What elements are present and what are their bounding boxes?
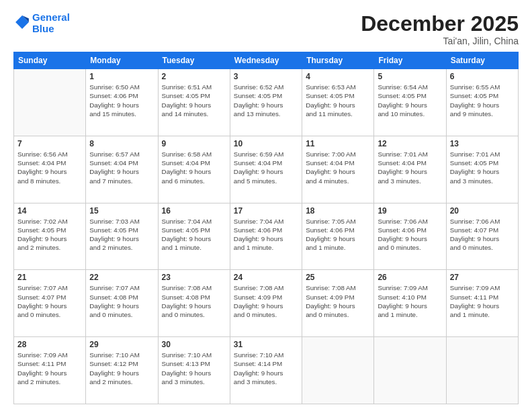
calendar-cell: 18Sunrise: 7:05 AM Sunset: 4:06 PM Dayli… [302, 203, 374, 270]
calendar-week-row: 1Sunrise: 6:50 AM Sunset: 4:06 PM Daylig… [14, 69, 519, 136]
calendar-cell: 14Sunrise: 7:02 AM Sunset: 4:05 PM Dayli… [14, 203, 86, 270]
day-number: 21 [17, 273, 82, 282]
day-info: Sunrise: 6:50 AM Sunset: 4:06 PM Dayligh… [89, 83, 154, 118]
day-number: 19 [378, 206, 442, 216]
day-info: Sunrise: 6:57 AM Sunset: 4:04 PM Dayligh… [89, 150, 154, 185]
day-info: Sunrise: 7:01 AM Sunset: 4:05 PM Dayligh… [450, 150, 515, 185]
calendar-cell: 5Sunrise: 6:54 AM Sunset: 4:05 PM Daylig… [374, 69, 446, 136]
day-info: Sunrise: 6:52 AM Sunset: 4:05 PM Dayligh… [234, 83, 298, 118]
day-number: 14 [17, 206, 82, 216]
calendar-cell: 30Sunrise: 7:10 AM Sunset: 4:13 PM Dayli… [158, 337, 230, 404]
day-info: Sunrise: 7:04 AM Sunset: 4:06 PM Dayligh… [234, 217, 298, 253]
calendar-week-row: 7Sunrise: 6:56 AM Sunset: 4:04 PM Daylig… [14, 136, 519, 203]
calendar-cell: 25Sunrise: 7:08 AM Sunset: 4:09 PM Dayli… [302, 270, 374, 337]
weekday-header-cell: Saturday [446, 52, 518, 69]
day-number: 26 [378, 273, 442, 282]
day-info: Sunrise: 6:56 AM Sunset: 4:04 PM Dayligh… [17, 150, 82, 185]
day-number: 1 [89, 72, 154, 81]
calendar-cell: 28Sunrise: 7:09 AM Sunset: 4:11 PM Dayli… [14, 337, 86, 404]
day-info: Sunrise: 7:04 AM Sunset: 4:05 PM Dayligh… [162, 217, 226, 253]
weekday-header-cell: Tuesday [158, 52, 230, 69]
calendar-cell: 27Sunrise: 7:09 AM Sunset: 4:11 PM Dayli… [446, 270, 518, 337]
calendar-cell: 6Sunrise: 6:55 AM Sunset: 4:05 PM Daylig… [446, 69, 518, 136]
day-info: Sunrise: 6:53 AM Sunset: 4:05 PM Dayligh… [306, 83, 370, 118]
day-number: 18 [306, 206, 370, 216]
day-number: 3 [234, 72, 298, 81]
calendar-cell: 1Sunrise: 6:50 AM Sunset: 4:06 PM Daylig… [86, 69, 158, 136]
calendar-cell: 2Sunrise: 6:51 AM Sunset: 4:05 PM Daylig… [158, 69, 230, 136]
header: General Blue December 2025 Tai'an, Jilin… [13, 12, 519, 46]
title-block: December 2025 Tai'an, Jilin, China [361, 12, 519, 46]
day-info: Sunrise: 7:09 AM Sunset: 4:11 PM Dayligh… [17, 351, 82, 386]
calendar-cell: 10Sunrise: 6:59 AM Sunset: 4:04 PM Dayli… [230, 136, 302, 203]
day-info: Sunrise: 7:10 AM Sunset: 4:12 PM Dayligh… [89, 351, 154, 386]
calendar-cell: 21Sunrise: 7:07 AM Sunset: 4:07 PM Dayli… [14, 270, 86, 337]
day-info: Sunrise: 6:58 AM Sunset: 4:04 PM Dayligh… [162, 150, 226, 185]
calendar-cell [446, 337, 518, 404]
day-info: Sunrise: 7:01 AM Sunset: 4:04 PM Dayligh… [378, 150, 442, 185]
day-number: 9 [162, 139, 226, 148]
calendar-cell: 22Sunrise: 7:07 AM Sunset: 4:08 PM Dayli… [86, 270, 158, 337]
page: General Blue December 2025 Tai'an, Jilin… [0, 0, 532, 411]
calendar-cell: 20Sunrise: 7:06 AM Sunset: 4:07 PM Dayli… [446, 203, 518, 270]
calendar-cell: 15Sunrise: 7:03 AM Sunset: 4:05 PM Dayli… [86, 203, 158, 270]
calendar-cell: 31Sunrise: 7:10 AM Sunset: 4:14 PM Dayli… [230, 337, 302, 404]
day-number: 10 [234, 139, 298, 148]
day-info: Sunrise: 6:59 AM Sunset: 4:04 PM Dayligh… [234, 150, 298, 185]
weekday-header-cell: Sunday [14, 52, 86, 69]
day-info: Sunrise: 7:08 AM Sunset: 4:09 PM Dayligh… [306, 283, 370, 319]
calendar-week-row: 21Sunrise: 7:07 AM Sunset: 4:07 PM Dayli… [14, 270, 519, 337]
calendar-cell: 12Sunrise: 7:01 AM Sunset: 4:04 PM Dayli… [374, 136, 446, 203]
weekday-header-cell: Friday [374, 52, 446, 69]
day-number: 16 [162, 206, 226, 216]
month-title: December 2025 [361, 12, 519, 36]
weekday-header-cell: Thursday [302, 52, 374, 69]
calendar-cell [374, 337, 446, 404]
day-info: Sunrise: 7:07 AM Sunset: 4:08 PM Dayligh… [89, 283, 154, 319]
calendar-week-row: 14Sunrise: 7:02 AM Sunset: 4:05 PM Dayli… [14, 203, 519, 270]
day-number: 27 [450, 273, 515, 282]
day-info: Sunrise: 7:10 AM Sunset: 4:13 PM Dayligh… [162, 351, 226, 386]
day-info: Sunrise: 7:09 AM Sunset: 4:11 PM Dayligh… [450, 283, 515, 319]
calendar-cell: 4Sunrise: 6:53 AM Sunset: 4:05 PM Daylig… [302, 69, 374, 136]
day-number: 8 [89, 139, 154, 148]
day-info: Sunrise: 7:06 AM Sunset: 4:06 PM Dayligh… [378, 217, 442, 253]
day-number: 28 [17, 340, 82, 349]
day-number: 15 [89, 206, 154, 216]
day-info: Sunrise: 7:09 AM Sunset: 4:10 PM Dayligh… [378, 283, 442, 319]
logo-line1: General [32, 12, 70, 24]
logo-icon [15, 15, 30, 30]
day-number: 20 [450, 206, 515, 216]
day-info: Sunrise: 7:05 AM Sunset: 4:06 PM Dayligh… [306, 217, 370, 253]
day-number: 31 [234, 340, 298, 349]
calendar: SundayMondayTuesdayWednesdayThursdayFrid… [13, 52, 519, 404]
calendar-cell: 29Sunrise: 7:10 AM Sunset: 4:12 PM Dayli… [86, 337, 158, 404]
day-info: Sunrise: 6:54 AM Sunset: 4:05 PM Dayligh… [378, 83, 442, 118]
calendar-cell: 8Sunrise: 6:57 AM Sunset: 4:04 PM Daylig… [86, 136, 158, 203]
day-info: Sunrise: 7:06 AM Sunset: 4:07 PM Dayligh… [450, 217, 515, 253]
day-number: 12 [378, 139, 442, 148]
logo: General Blue [13, 12, 70, 34]
svg-marker-0 [15, 15, 29, 29]
calendar-cell: 11Sunrise: 7:00 AM Sunset: 4:04 PM Dayli… [302, 136, 374, 203]
calendar-cell: 24Sunrise: 7:08 AM Sunset: 4:09 PM Dayli… [230, 270, 302, 337]
day-info: Sunrise: 7:00 AM Sunset: 4:04 PM Dayligh… [306, 150, 370, 185]
calendar-week-row: 28Sunrise: 7:09 AM Sunset: 4:11 PM Dayli… [14, 337, 519, 404]
day-number: 24 [234, 273, 298, 282]
weekday-header-row: SundayMondayTuesdayWednesdayThursdayFrid… [14, 52, 519, 69]
calendar-cell: 9Sunrise: 6:58 AM Sunset: 4:04 PM Daylig… [158, 136, 230, 203]
calendar-cell [14, 69, 86, 136]
calendar-cell: 23Sunrise: 7:08 AM Sunset: 4:08 PM Dayli… [158, 270, 230, 337]
day-number: 17 [234, 206, 298, 216]
day-info: Sunrise: 7:08 AM Sunset: 4:08 PM Dayligh… [162, 283, 226, 319]
calendar-cell: 17Sunrise: 7:04 AM Sunset: 4:06 PM Dayli… [230, 203, 302, 270]
day-info: Sunrise: 6:51 AM Sunset: 4:05 PM Dayligh… [162, 83, 226, 118]
day-number: 30 [162, 340, 226, 349]
calendar-cell: 13Sunrise: 7:01 AM Sunset: 4:05 PM Dayli… [446, 136, 518, 203]
calendar-cell [302, 337, 374, 404]
day-number: 2 [162, 72, 226, 81]
calendar-cell: 3Sunrise: 6:52 AM Sunset: 4:05 PM Daylig… [230, 69, 302, 136]
logo-line2: Blue [32, 24, 70, 35]
day-info: Sunrise: 6:55 AM Sunset: 4:05 PM Dayligh… [450, 83, 515, 118]
day-info: Sunrise: 7:02 AM Sunset: 4:05 PM Dayligh… [17, 217, 82, 253]
